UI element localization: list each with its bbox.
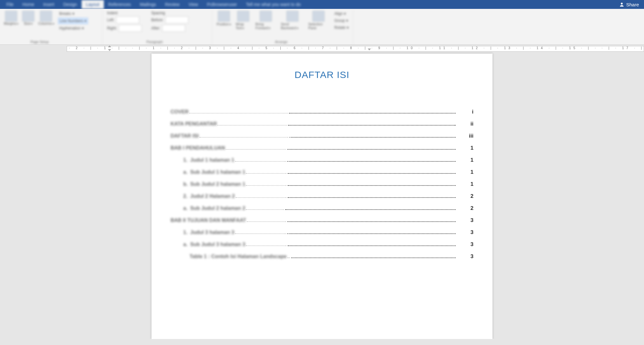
- toc-leader-bold: [288, 245, 456, 246]
- toc-leader-bold: [288, 185, 456, 186]
- selection-pane-icon: [312, 11, 325, 22]
- toc-line: b.Sub Judul 2 halaman 11: [171, 181, 473, 187]
- margins-button[interactable]: Margins: [4, 22, 18, 25]
- toc-page-number: 2: [457, 205, 473, 212]
- toc-line: 2.Judul 2 Halaman 22: [171, 193, 473, 199]
- toc-line: DAFTAR ISIiii: [171, 133, 473, 139]
- toc-leader-bold: [291, 257, 456, 258]
- tab-review[interactable]: Review: [161, 0, 184, 9]
- toc-entry-text: 1.Judul 1 halaman 1: [183, 157, 234, 163]
- paragraph-group-label: Paragraph: [146, 40, 163, 44]
- send-backward-icon: [286, 11, 299, 22]
- indent-left-input[interactable]: [116, 16, 139, 23]
- spacing-after-label: After:: [151, 26, 160, 30]
- page-setup-group-label: Page Setup: [30, 40, 49, 44]
- columns-button[interactable]: Columns: [38, 22, 54, 25]
- wrap-text-icon: [237, 11, 249, 22]
- hyphenation-button[interactable]: Hyphenation ▾: [58, 25, 88, 31]
- tab-addin[interactable]: PcBrowseruser: [203, 0, 242, 9]
- toc-page-number: 1: [457, 145, 473, 151]
- breaks-button[interactable]: Breaks ▾: [58, 11, 88, 16]
- toc-entry-text: BAB II TUJUAN DAN MANFAAT: [171, 218, 246, 223]
- bring-forward-button[interactable]: Bring Forward: [256, 22, 277, 30]
- toc-line: Table 1 : Contoh Isi Halaman Landscape3: [171, 253, 473, 260]
- toc-leader-faint: [218, 125, 287, 126]
- tab-design[interactable]: Design: [59, 0, 82, 9]
- tab-home[interactable]: Home: [18, 0, 39, 9]
- toc-leader-faint: [246, 245, 286, 246]
- toc-leader-bold: [290, 137, 456, 138]
- left-indent-marker[interactable]: [108, 45, 111, 51]
- table-of-contents: COVERiKATA PENGANTARiiDAFTAR ISIiiiBAB I…: [171, 109, 473, 260]
- toc-page-number: 1: [457, 181, 473, 187]
- document-title: DAFTAR ISI: [171, 69, 473, 80]
- toc-leader-bold: [287, 233, 456, 234]
- send-backward-button[interactable]: Send Backward: [281, 22, 304, 30]
- toc-page-number: 1: [457, 169, 473, 175]
- tab-file[interactable]: File: [2, 0, 18, 9]
- toc-entry-text: KATA PENGANTAR: [171, 121, 217, 127]
- tab-layout[interactable]: Layout: [82, 0, 104, 9]
- toc-line: a.Sub Judul 2 halaman 22: [171, 205, 473, 212]
- toc-entry-text: 2.Judul 2 Halaman 2: [183, 193, 235, 199]
- document-workspace: DAFTAR ISI COVERiKATA PENGANTARiiDAFTAR …: [0, 52, 644, 339]
- toc-leader-bold: [289, 113, 456, 114]
- tab-view[interactable]: View: [184, 0, 202, 9]
- toc-leader-faint: [236, 197, 286, 198]
- selection-pane-button[interactable]: Selection Pane: [308, 22, 329, 30]
- tab-tellme[interactable]: Tell me what you want to do: [241, 0, 305, 9]
- svg-point-0: [621, 3, 622, 4]
- toc-line: a.Sub Judul 1 halaman 11: [171, 169, 473, 175]
- indent-left-label: Left:: [107, 18, 114, 22]
- toc-leader-faint: [287, 257, 290, 258]
- toc-page-number: 3: [457, 241, 473, 248]
- share-button[interactable]: Share: [617, 0, 641, 9]
- toc-leader-faint: [235, 161, 286, 162]
- indent-right-input[interactable]: [119, 25, 142, 32]
- position-button[interactable]: Position: [217, 22, 231, 26]
- toc-line: BAB II TUJUAN DAN MANFAAT3: [171, 217, 473, 224]
- toc-entry-text: Table 1 : Contoh Isi Halaman Landscape: [190, 254, 287, 259]
- toc-leader-bold: [288, 125, 456, 126]
- toc-line: a.Sub Judul 3 halaman 33: [171, 241, 473, 248]
- toc-leader-faint: [246, 185, 286, 186]
- toc-entry-text: a.Sub Judul 2 halaman 2: [183, 205, 245, 211]
- indent-right-label: Right:: [107, 26, 117, 30]
- rotate-button[interactable]: Rotate ▾: [333, 25, 350, 30]
- spacing-before-label: Before:: [151, 18, 164, 22]
- align-button[interactable]: Align ▾: [333, 11, 350, 16]
- toc-entry-text: a.Sub Judul 1 halaman 1: [183, 169, 245, 175]
- columns-icon: [40, 11, 52, 22]
- toc-entry-text: b.Sub Judul 2 halaman 1: [183, 181, 245, 187]
- toc-line: 1.Judul 3 halaman 33: [171, 229, 473, 236]
- toc-entry-text: a.Sub Judul 3 halaman 3: [183, 242, 245, 247]
- spacing-before-input[interactable]: [165, 16, 188, 23]
- tab-insert[interactable]: Insert: [39, 0, 59, 9]
- toc-page-number: 3: [457, 253, 473, 260]
- right-indent-marker[interactable]: [368, 49, 371, 50]
- page[interactable]: DAFTAR ISI COVERiKATA PENGANTARiiDAFTAR …: [151, 54, 493, 339]
- horizontal-ruler[interactable]: · 2 · | · 1 · | · · | · 1 · | · 2 · | · …: [67, 46, 644, 52]
- wrap-text-button[interactable]: Wrap Text: [236, 22, 251, 30]
- arrange-group-label: Arrange: [275, 40, 287, 44]
- orientation-icon: [22, 11, 34, 22]
- tab-references[interactable]: References: [104, 0, 136, 9]
- toc-page-number: iii: [457, 133, 473, 139]
- toc-leader-bold: [285, 209, 456, 210]
- spacing-label: Spacing: [151, 11, 188, 15]
- toc-leader-bold: [287, 221, 456, 222]
- toc-leader-faint: [199, 137, 288, 138]
- toc-line: KATA PENGANTARii: [171, 121, 473, 127]
- toc-entry-text: COVER: [171, 109, 189, 115]
- spacing-after-input[interactable]: [162, 25, 185, 32]
- toc-line: 1.Judul 1 halaman 11: [171, 157, 473, 163]
- line-numbers-button[interactable]: Line Numbers ▾: [58, 18, 88, 24]
- orientation-button[interactable]: Size: [24, 22, 33, 25]
- ribbon-group-page-setup: Margins Size Columns Breaks ▾ Line Numbe…: [2, 10, 103, 44]
- ribbon-tabbar: File Home Insert Design Layout Reference…: [0, 0, 644, 9]
- toc-line: COVERi: [171, 109, 473, 115]
- position-icon: [218, 11, 230, 22]
- tab-mailings[interactable]: Mailings: [135, 0, 160, 9]
- toc-page-number: ii: [457, 121, 473, 127]
- group-button[interactable]: Group ▾: [333, 18, 350, 23]
